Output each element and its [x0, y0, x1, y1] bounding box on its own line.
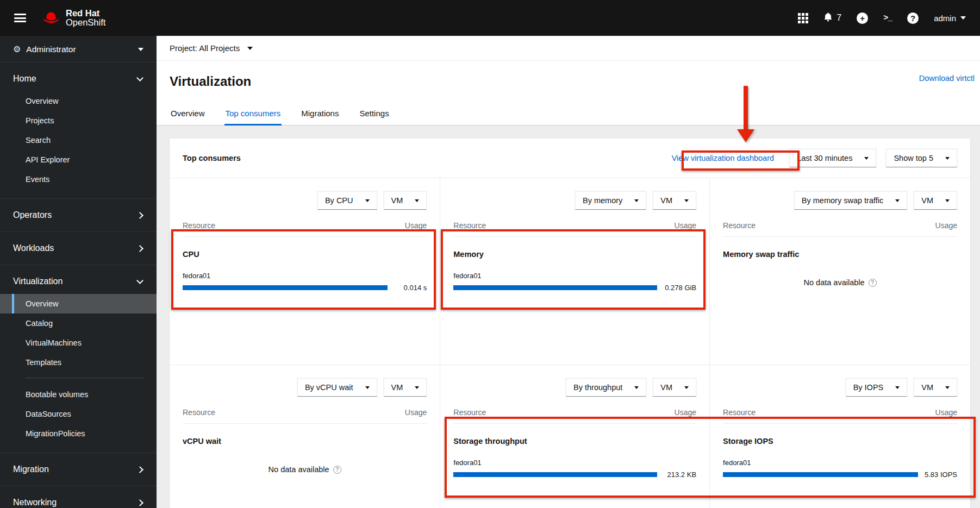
tab-overview[interactable]: Overview [170, 103, 206, 125]
scope-select[interactable]: VM [653, 378, 696, 397]
show-top-value: Show top 5 [894, 154, 933, 162]
menu-toggle-icon[interactable] [14, 14, 26, 22]
chevron-down-icon [945, 157, 950, 160]
scope-select-value: VM [921, 383, 933, 392]
panel-controls: By memory swap trafficVM [723, 191, 957, 210]
metric-select-value: By CPU [325, 196, 353, 205]
usage-value: 0.278 GiB [663, 284, 696, 292]
time-range-select[interactable]: Last 30 minutes [789, 149, 876, 167]
consumer-row: fedora010.278 GiB [453, 272, 696, 292]
scope-select-value: VM [660, 383, 672, 392]
chevron-down-icon [415, 199, 419, 202]
scope-select[interactable]: VM [384, 378, 427, 397]
sidebar-item-migrationpolicies[interactable]: MigrationPolicies [0, 424, 157, 443]
no-data-message: No data available? [723, 278, 957, 287]
sidebar-group-migration[interactable]: Migration [0, 457, 157, 482]
consumer-panel-storage-throughput: By throughputVMResourceUsageStorage thro… [440, 365, 709, 508]
metric-select[interactable]: By IOPS [846, 378, 908, 397]
show-top-select[interactable]: Show top 5 [886, 149, 957, 167]
terminal-icon[interactable]: >_ [883, 14, 892, 23]
panel-title: CPU [183, 250, 427, 259]
resource-name: fedora01 [723, 459, 957, 467]
metric-select[interactable]: By CPU [317, 191, 377, 210]
sidebar-item-catalog[interactable]: Catalog [0, 313, 157, 333]
sidebar-group-networking[interactable]: Networking [0, 490, 157, 508]
no-data-text: No data available [804, 278, 865, 287]
add-icon[interactable]: + [857, 12, 868, 24]
app-launcher-icon[interactable] [798, 13, 808, 23]
sidebar-group-virtualization[interactable]: Virtualization [0, 269, 157, 294]
view-virtualization-dashboard-button[interactable]: View virtualization dashboard [666, 150, 779, 166]
notifications-button[interactable]: 7 [823, 12, 841, 24]
consumer-row: fedora015.83 IOPS [723, 459, 957, 479]
help-circle-icon[interactable]: ? [907, 12, 919, 24]
sidebar-item-bootable-volumes[interactable]: Bootable volumes [0, 385, 157, 404]
resource-name: fedora01 [453, 272, 696, 280]
metric-select[interactable]: By throughput [566, 378, 646, 397]
help-tooltip-icon[interactable]: ? [333, 466, 341, 474]
user-menu[interactable]: admin [934, 14, 966, 23]
project-bar: Project: All Projects [157, 36, 980, 61]
panel-title: Memory [453, 250, 696, 259]
brand-logo[interactable]: Red Hat OpenShift [41, 9, 105, 28]
scope-select[interactable]: VM [914, 191, 957, 210]
no-data-message: No data available? [183, 465, 427, 474]
tab-top-consumers[interactable]: Top consumers [224, 103, 282, 125]
sidebar-section-workloads: Workloads [0, 232, 157, 265]
tab-settings[interactable]: Settings [358, 103, 390, 125]
sidebar-group-workloads[interactable]: Workloads [0, 236, 157, 261]
scope-select[interactable]: VM [914, 378, 957, 397]
sidebar-item-search[interactable]: Search [0, 130, 157, 150]
chevron-down-icon [864, 157, 869, 160]
sidebar-section-home: HomeOverviewProjectsSearchAPI ExplorerEv… [0, 62, 157, 199]
scope-select-value: VM [391, 383, 403, 392]
chevron-down-icon [634, 386, 639, 389]
panel-controls: By CPUVM [183, 191, 427, 210]
tab-migrations[interactable]: Migrations [300, 103, 340, 125]
sidebar-item-overview[interactable]: Overview [0, 91, 157, 111]
metric-select-value: By memory swap traffic [802, 196, 883, 205]
sidebar-group-label: Networking [13, 498, 57, 507]
panel-column-headers: ResourceUsage [453, 397, 696, 424]
usage-column-header: Usage [935, 221, 957, 230]
metric-select[interactable]: By memory [575, 191, 646, 210]
panel-body: CPUfedora010.014 s [183, 237, 427, 292]
masthead: Red Hat OpenShift 7 + >_ ? admin [0, 0, 980, 36]
top-consumers-card: Top consumers View virtualization dashbo… [170, 139, 970, 508]
username: admin [934, 14, 956, 23]
sidebar-section-networking: Networking [0, 486, 157, 508]
sidebar-item-templates[interactable]: Templates [0, 353, 157, 372]
perspective-switcher[interactable]: ⚙ Administrator [0, 36, 157, 62]
metric-select[interactable]: By vCPU wait [297, 378, 377, 397]
scope-select[interactable]: VM [384, 191, 427, 210]
sidebar-group-operators[interactable]: Operators [0, 203, 157, 228]
brand-line1: Red Hat [66, 9, 105, 18]
sidebar-group-label: Workloads [13, 243, 54, 253]
resource-name: fedora01 [453, 459, 696, 467]
consumer-row: fedora01213.2 KB [453, 459, 696, 479]
metric-select-value: By throughput [573, 383, 622, 392]
scope-select[interactable]: VM [653, 191, 696, 210]
usage-column-header: Usage [405, 221, 427, 230]
scope-select-value: VM [660, 196, 672, 205]
chevron-right-icon [136, 245, 143, 252]
chevron-down-icon [365, 386, 370, 389]
download-virtctl-link[interactable]: Download virtctl [919, 74, 975, 83]
help-tooltip-icon[interactable]: ? [869, 279, 877, 287]
sidebar-item-projects[interactable]: Projects [0, 111, 157, 130]
sidebar-group-home[interactable]: Home [0, 66, 157, 91]
sidebar-group-label: Operators [13, 210, 52, 220]
sidebar-item-datasources[interactable]: DataSources [0, 404, 157, 424]
sidebar-item-api-explorer[interactable]: API Explorer [0, 150, 157, 170]
usage-bar-line: 0.014 s [183, 284, 427, 292]
metric-select[interactable]: By memory swap traffic [794, 191, 907, 210]
sidebar-item-overview[interactable]: Overview [0, 294, 157, 313]
sidebar-section-operators: Operators [0, 199, 157, 232]
usage-column-header: Usage [405, 408, 427, 417]
sidebar-item-events[interactable]: Events [0, 170, 157, 189]
sidebar-item-virtualmachines[interactable]: VirtualMachines [0, 333, 157, 353]
consumer-panel-memory: By memoryVMResourceUsageMemoryfedora010.… [440, 178, 709, 365]
project-selector[interactable]: Project: All Projects [170, 43, 253, 53]
panel-body: Memoryfedora010.278 GiB [453, 237, 696, 292]
metric-select-value: By vCPU wait [305, 383, 353, 392]
